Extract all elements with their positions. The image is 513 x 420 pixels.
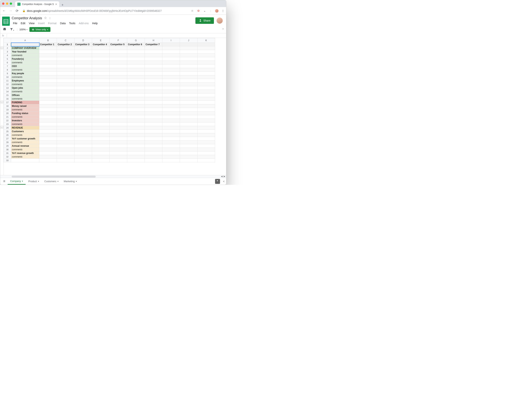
cell[interactable] xyxy=(39,151,57,155)
cell[interactable] xyxy=(110,54,127,57)
cell[interactable] xyxy=(127,79,145,82)
cell[interactable] xyxy=(197,57,215,61)
cell[interactable] xyxy=(162,144,180,148)
cell[interactable] xyxy=(145,112,162,115)
cell[interactable] xyxy=(127,93,145,97)
cell[interactable] xyxy=(162,46,180,50)
cell[interactable] xyxy=(57,126,75,130)
cell[interactable] xyxy=(57,46,75,50)
cell[interactable] xyxy=(92,64,110,68)
cell[interactable] xyxy=(57,64,75,68)
cell[interactable] xyxy=(180,57,197,61)
cell[interactable] xyxy=(197,104,215,108)
cell[interactable] xyxy=(145,101,162,104)
minimize-window-button[interactable] xyxy=(6,2,8,5)
cell[interactable]: Employees xyxy=(11,79,39,82)
cell[interactable]: FUNDING xyxy=(11,101,39,104)
cell[interactable] xyxy=(197,61,215,64)
cell[interactable] xyxy=(39,79,57,82)
cell[interactable] xyxy=(92,104,110,108)
cell[interactable] xyxy=(75,90,92,93)
cell[interactable] xyxy=(162,79,180,82)
menu-add-ons[interactable]: Add-ons xyxy=(77,21,90,26)
cell[interactable] xyxy=(39,133,57,137)
cell[interactable]: REVENUE xyxy=(11,126,39,130)
cell[interactable] xyxy=(57,155,75,159)
cell[interactable] xyxy=(145,137,162,141)
cell[interactable] xyxy=(180,112,197,115)
cell[interactable] xyxy=(127,137,145,141)
cell[interactable] xyxy=(180,148,197,151)
cell[interactable] xyxy=(127,159,145,162)
cell[interactable] xyxy=(57,54,75,57)
menu-help[interactable]: Help xyxy=(91,21,99,26)
cell[interactable]: Founder(s) xyxy=(11,57,39,61)
row-number[interactable]: 33 xyxy=(4,159,11,162)
cell[interactable] xyxy=(145,57,162,61)
row-number[interactable]: 4 xyxy=(4,54,11,57)
reload-button[interactable]: ⟳ xyxy=(15,8,19,13)
new-tab-button[interactable]: + xyxy=(62,3,64,7)
cell[interactable] xyxy=(92,50,110,54)
cell[interactable] xyxy=(110,82,127,86)
cell[interactable] xyxy=(39,155,57,159)
cell[interactable]: comments xyxy=(11,82,39,86)
cell[interactable] xyxy=(57,101,75,104)
cell[interactable] xyxy=(57,137,75,141)
cell[interactable] xyxy=(180,101,197,104)
cell[interactable] xyxy=(92,155,110,159)
cell[interactable] xyxy=(180,90,197,93)
cell[interactable] xyxy=(92,68,110,72)
cell[interactable] xyxy=(127,61,145,64)
row-number[interactable]: 11 xyxy=(4,79,11,82)
cell[interactable] xyxy=(180,75,197,79)
cell[interactable] xyxy=(127,151,145,155)
cell[interactable] xyxy=(145,151,162,155)
cell[interactable] xyxy=(39,159,57,162)
row-number[interactable]: 9 xyxy=(4,72,11,75)
cell[interactable] xyxy=(180,50,197,54)
row-number[interactable]: 32 xyxy=(4,155,11,159)
sheet-table[interactable]: ABCDEFGHIJK 1Competitor 1Competitor 2Com… xyxy=(4,38,215,162)
cell[interactable]: CEO xyxy=(11,64,39,68)
cell[interactable]: Open jobs xyxy=(11,86,39,90)
cell[interactable]: Competitor 5 xyxy=(110,43,127,46)
cell[interactable] xyxy=(39,122,57,126)
close-window-button[interactable] xyxy=(2,2,4,5)
cell[interactable] xyxy=(180,122,197,126)
cell[interactable] xyxy=(145,72,162,75)
menu-file[interactable]: File xyxy=(12,21,19,26)
row-number[interactable]: 25 xyxy=(4,130,11,133)
collapse-toolbar-icon[interactable]: ⌃ xyxy=(222,28,224,31)
row-number[interactable]: 16 xyxy=(4,97,11,101)
cell[interactable] xyxy=(39,61,57,64)
cell[interactable] xyxy=(162,126,180,130)
row-group-toggle[interactable]: − xyxy=(0,46,3,49)
cell[interactable] xyxy=(110,144,127,148)
cell[interactable] xyxy=(92,130,110,133)
cell[interactable] xyxy=(39,141,57,144)
menu-data[interactable]: Data xyxy=(59,21,67,26)
cell[interactable]: comments xyxy=(11,97,39,101)
row-number[interactable]: 24 xyxy=(4,126,11,130)
cell[interactable] xyxy=(110,122,127,126)
cell[interactable] xyxy=(92,137,110,141)
cell[interactable] xyxy=(92,112,110,115)
profile-avatar[interactable] xyxy=(215,9,218,13)
cell[interactable] xyxy=(197,144,215,148)
spreadsheet-grid[interactable]: −−− ABCDEFGHIJK 1Competitor 1Competitor … xyxy=(0,38,226,175)
cell[interactable]: Investors xyxy=(11,119,39,122)
horizontal-scrollbar[interactable]: ◀|▶ xyxy=(0,175,226,178)
cell[interactable] xyxy=(75,64,92,68)
cell[interactable] xyxy=(127,50,145,54)
cell[interactable] xyxy=(92,75,110,79)
cell[interactable] xyxy=(11,43,39,46)
cell[interactable] xyxy=(145,93,162,97)
menu-edit[interactable]: Edit xyxy=(19,21,27,26)
cell[interactable]: comments xyxy=(11,61,39,64)
cell[interactable] xyxy=(75,61,92,64)
cell[interactable] xyxy=(92,82,110,86)
col-header[interactable]: A xyxy=(11,38,39,43)
cell[interactable]: Competitor 4 xyxy=(92,43,110,46)
menu-view[interactable]: View xyxy=(28,21,36,26)
